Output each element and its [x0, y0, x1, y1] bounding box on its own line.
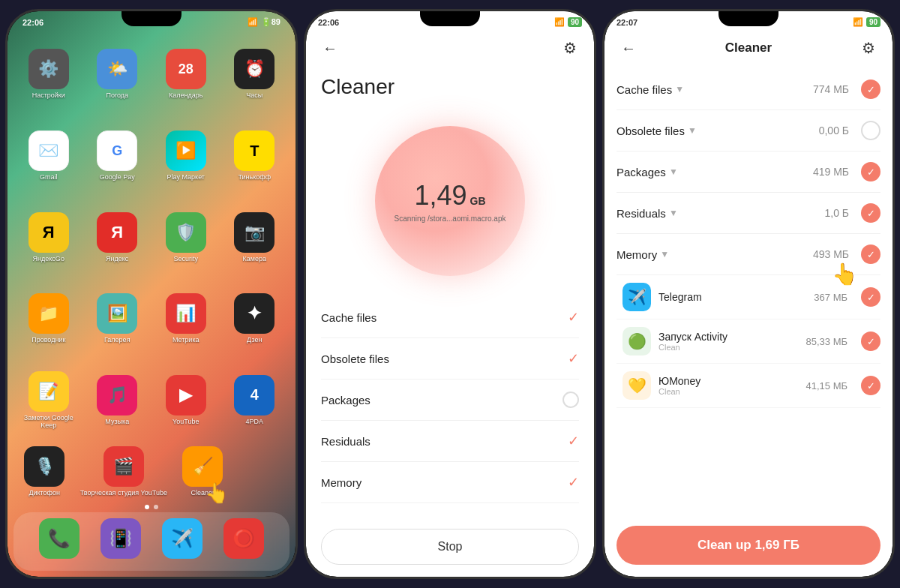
yomoney-size: 41,15 МБ: [806, 380, 848, 392]
signal-icon-2: 📶: [554, 17, 565, 27]
result-cache-size: 774 МБ: [813, 83, 849, 95]
dock-telegram[interactable]: ✈️: [162, 518, 202, 559]
app-clock[interactable]: ⏰ Часы: [223, 36, 287, 113]
bottom-apps-row: 🎙️ Диктофон 🎬 Творческая студия YouTube …: [8, 445, 296, 502]
result-memory-name: Memory ▼: [616, 248, 807, 261]
result-packages-size: 419 МБ: [813, 166, 849, 178]
music-icon: 🎵: [97, 375, 137, 416]
memory-chevron: ▼: [660, 249, 669, 260]
app-grid: ⚙️ Настройки 🌤️ Погода 28 Календарь: [8, 30, 296, 445]
clock-icon: ⏰: [234, 49, 274, 89]
back-button-2[interactable]: ←: [318, 36, 342, 60]
metrika-label: Метрика: [172, 336, 200, 344]
app-music[interactable]: 🎵 Музыка: [86, 362, 150, 440]
dock-phone[interactable]: 📞: [39, 518, 80, 559]
result-residuals-name: Residuals ▼: [616, 207, 818, 220]
scan-item-memory: Memory ✓: [321, 462, 579, 503]
app-yt-studio[interactable]: 🎬 Творческая студия YouTube: [80, 446, 167, 497]
telegram-check[interactable]: ✓: [861, 287, 880, 307]
activity-check[interactable]: ✓: [861, 332, 880, 351]
4pda-label: 4PDA: [245, 418, 263, 426]
files-icon: 📁: [28, 293, 69, 334]
app-security[interactable]: 🛡️ Security: [154, 199, 218, 276]
app-metrika[interactable]: 📊 Метрика: [154, 280, 218, 358]
app-recorder[interactable]: 🎙️ Диктофон: [24, 446, 64, 497]
app-keep[interactable]: 📝 Заметки Google Keep: [16, 362, 81, 440]
sub-activity[interactable]: 🟢 Запуск Activity Clean 85,33 МБ ✓: [616, 320, 880, 364]
residuals-chevron: ▼: [669, 208, 678, 218]
cache-chevron: ▼: [675, 84, 684, 94]
tinkoff-icon: Т: [234, 130, 274, 171]
back-button-3[interactable]: ←: [616, 36, 640, 60]
app-dzen[interactable]: ✦ Дзен: [223, 280, 287, 358]
packages-check-badge[interactable]: ✓: [861, 162, 880, 182]
phone1: 22:06 📶 🔋89 ⚙️ Настройки 🌤️ Пог: [5, 9, 298, 579]
app-play[interactable]: ▶️ Play Маркет: [154, 118, 218, 195]
app-tinkoff[interactable]: Т Тинькофф: [223, 118, 287, 195]
activity-size: 85,33 МБ: [806, 336, 848, 347]
result-obsolete[interactable]: Obsolete files ▼ 0,00 Б: [616, 110, 880, 152]
app-settings[interactable]: ⚙️ Настройки: [16, 36, 81, 113]
signal-icon: 📶: [248, 17, 258, 27]
obsolete-files-label: Obsolete files: [321, 352, 389, 365]
cleaner-scan-header: ← ⚙: [306, 30, 594, 69]
result-packages[interactable]: Packages ▼ 419 МБ ✓: [616, 152, 880, 193]
tinkoff-label: Тинькофф: [238, 173, 271, 182]
app-yandex[interactable]: Я Яндекс: [86, 199, 150, 276]
sub-yomoney[interactable]: 💛 ЮMoney Clean 41,15 МБ ✓: [616, 364, 880, 408]
cache-check-badge[interactable]: ✓: [861, 80, 880, 99]
packages-label: Packages: [321, 394, 370, 406]
result-residuals[interactable]: Residuals ▼ 1,0 Б ✓: [616, 193, 880, 234]
result-memory[interactable]: Memory ▼ 493 МБ ✓ 👆: [616, 234, 880, 275]
yomoney-check[interactable]: ✓: [861, 376, 880, 395]
stop-button[interactable]: Stop: [321, 529, 579, 565]
app-gallery[interactable]: 🖼️ Галерея: [86, 280, 150, 358]
camera-icon: 📷: [234, 212, 274, 253]
phone1-notch: [122, 11, 182, 26]
app-gpay[interactable]: G Google Pay: [86, 118, 150, 195]
obsolete-check-badge[interactable]: [861, 121, 880, 140]
cache-files-label: Cache files: [321, 311, 376, 324]
dock-viber[interactable]: 📳: [100, 518, 141, 559]
app-4pda[interactable]: 4 4PDA: [223, 362, 287, 440]
app-yandexgo[interactable]: Я ЯндексGo: [16, 199, 81, 276]
app-weather[interactable]: 🌤️ Погода: [86, 36, 150, 113]
telegram-info: Telegram: [658, 291, 806, 303]
result-packages-name: Packages ▼: [616, 166, 807, 178]
memory-check-badge[interactable]: ✓: [861, 244, 880, 264]
gear-button-2[interactable]: ⚙: [558, 36, 582, 60]
residuals-check-badge[interactable]: ✓: [861, 203, 880, 223]
app-calendar[interactable]: 28 Календарь: [154, 36, 218, 113]
phone2-screen: 22:06 📶 90 ← ⚙ Cleaner: [306, 11, 594, 577]
app-cleaner[interactable]: 🧹 Cleaner 👆: [182, 446, 223, 497]
yt-studio-icon: 🎬: [104, 446, 144, 487]
result-obsolete-size: 0,00 Б: [819, 124, 849, 136]
metrika-icon: 📊: [166, 293, 206, 334]
app-camera[interactable]: 📷 Камера: [223, 199, 287, 276]
scan-item-obsolete: Obsolete files ✓: [321, 338, 579, 380]
dock-opera[interactable]: ⭕: [224, 518, 264, 559]
app-files[interactable]: 📁 Проводник: [16, 280, 81, 358]
clean-up-button[interactable]: Clean up 1,69 ГБ: [616, 526, 880, 565]
time-1: 22:06: [22, 18, 44, 27]
calendar-label: Календарь: [169, 92, 202, 100]
gear-button-3[interactable]: ⚙: [856, 36, 880, 60]
gpay-label: Google Pay: [100, 173, 135, 182]
result-cache[interactable]: Cache files ▼ 774 МБ ✓: [616, 69, 880, 110]
dot-2: [154, 505, 158, 509]
scan-item-packages: Packages: [321, 380, 579, 421]
packages-chevron: ▼: [669, 166, 678, 177]
phone3: 22:07 📶 90 ← Cleaner ⚙: [602, 9, 895, 579]
security-icon: 🛡️: [166, 212, 206, 253]
time-3: 22:07: [616, 18, 638, 27]
time-2: 22:06: [318, 18, 339, 27]
gpay-icon: G: [97, 130, 137, 171]
youtube-icon: ▶: [166, 375, 206, 416]
app-youtube[interactable]: ▶ YouTube: [154, 362, 218, 440]
obsolete-check: ✓: [568, 350, 579, 367]
app-gmail[interactable]: ✉️ Gmail: [16, 118, 81, 195]
yandexgo-icon: Я: [28, 212, 69, 253]
status-icons-1: 📶 🔋89: [248, 17, 280, 27]
telegram-app-icon: ✈️: [622, 283, 651, 311]
weather-label: Погода: [106, 92, 128, 100]
